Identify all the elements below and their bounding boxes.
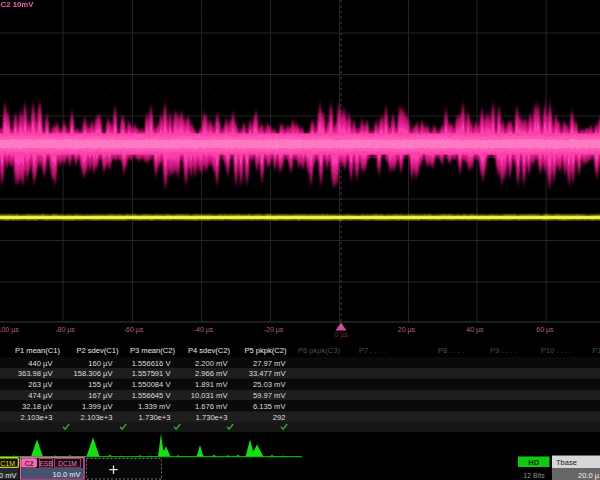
svg-text:20 µs: 20 µs (398, 326, 416, 334)
svg-text:ESB: ESB (39, 460, 53, 467)
svg-text:1.730e+3: 1.730e+3 (139, 413, 171, 422)
svg-text:2.966 mV: 2.966 mV (195, 369, 228, 378)
svg-text:P10 . . . .: P10 . . . . (541, 346, 571, 355)
svg-text:P4 sdev(C2): P4 sdev(C2) (188, 346, 231, 355)
svg-text:155 µV: 155 µV (88, 380, 113, 389)
svg-text:-80 µs: -80 µs (55, 326, 75, 334)
svg-text:1.556616 V: 1.556616 V (132, 359, 172, 368)
svg-text:12 Bits: 12 Bits (523, 472, 545, 479)
svg-text:10.031 mV: 10.031 mV (191, 391, 229, 400)
svg-text:P3 mean(C2): P3 mean(C2) (130, 346, 176, 355)
svg-text:1.676 mV: 1.676 mV (195, 402, 228, 411)
svg-text:-20 µs: -20 µs (264, 326, 284, 334)
svg-text:59.97 mV: 59.97 mV (253, 391, 286, 400)
svg-text:263 µV: 263 µV (28, 380, 53, 389)
svg-text:P2 sdev(C1): P2 sdev(C1) (76, 346, 119, 355)
svg-text:1.339 mV: 1.339 mV (138, 402, 171, 411)
svg-text:1.730e+3: 1.730e+3 (196, 413, 228, 422)
svg-text:363.98 µV: 363.98 µV (18, 369, 54, 378)
svg-text:2.200 mV: 2.200 mV (195, 359, 228, 368)
svg-text:20.0 µ: 20.0 µ (578, 471, 600, 480)
svg-text:1.556645 V: 1.556645 V (132, 391, 172, 400)
svg-text:33.477 mV: 33.477 mV (249, 369, 287, 378)
svg-text:P1 mean(C1): P1 mean(C1) (15, 346, 61, 355)
svg-text:-60 µs: -60 µs (124, 326, 144, 334)
svg-text:1.399 µV: 1.399 µV (82, 402, 113, 411)
svg-text:1.891 mV: 1.891 mV (195, 380, 228, 389)
svg-text:P7 . . . .: P7 . . . . (359, 346, 385, 355)
svg-text:474 µV: 474 µV (28, 391, 53, 400)
svg-text:440 µV: 440 µV (28, 359, 53, 368)
svg-text:2.103e+3: 2.103e+3 (81, 413, 113, 422)
svg-text:60 µs: 60 µs (536, 326, 554, 334)
svg-text:DC1M: DC1M (58, 460, 77, 467)
svg-text:2.103e+3: 2.103e+3 (21, 413, 53, 422)
svg-text:P5 pkpk(C2): P5 pkpk(C2) (244, 346, 287, 355)
svg-text:0 µs: 0 µs (334, 331, 348, 339)
svg-text:P8 . . . .: P8 . . . . (438, 346, 464, 355)
svg-text:C2 10mV: C2 10mV (1, 0, 35, 9)
svg-text:P1: P1 (592, 346, 600, 355)
svg-text:P6 pkpk(C3): P6 pkpk(C3) (298, 346, 341, 355)
svg-text:Tbase: Tbase (556, 458, 577, 467)
svg-text:1.557591 V: 1.557591 V (132, 369, 172, 378)
svg-text:10.0 mV: 10.0 mV (53, 470, 81, 479)
svg-text:167 µV: 167 µV (88, 391, 113, 400)
svg-text:27.97 mV: 27.97 mV (253, 359, 286, 368)
svg-text:1.550084 V: 1.550084 V (132, 380, 172, 389)
svg-text:25.03 mV: 25.03 mV (253, 380, 286, 389)
svg-text:-40 µs: -40 µs (194, 326, 214, 334)
svg-text:158.306 µV: 158.306 µV (74, 369, 114, 378)
svg-text:0 mV: 0 mV (0, 471, 17, 480)
svg-text:C2: C2 (25, 460, 34, 467)
svg-text:C1M: C1M (0, 460, 15, 467)
svg-text:HD: HD (528, 458, 539, 467)
svg-text:40 µs: 40 µs (466, 326, 484, 334)
svg-text:160 µV: 160 µV (88, 359, 113, 368)
svg-text:-100 µs: -100 µs (0, 326, 19, 334)
svg-text:292: 292 (273, 413, 286, 422)
svg-text:32.18 µV: 32.18 µV (22, 402, 53, 411)
svg-text:6.135 mV: 6.135 mV (253, 402, 286, 411)
svg-text:P9 . . . .: P9 . . . . (490, 346, 516, 355)
